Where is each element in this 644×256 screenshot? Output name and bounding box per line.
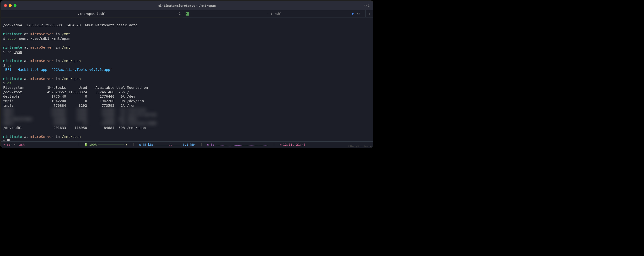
output-line: /dev/sdb4 27891712 29296639 1404928 686M… <box>3 23 137 27</box>
separator: | <box>77 143 79 147</box>
prompt-symbol: $ <box>3 81 8 85</box>
titlebar: mintimate@microServer:/mnt/upan ⌥⌘1 <box>1 1 373 10</box>
tab-label: ~ (-zsh) <box>267 12 282 16</box>
df-row: devtmpfs 1776440 0 1776440 0% /dev <box>3 94 136 98</box>
tab-shortcut: ⌘1 <box>177 12 180 15</box>
tab-label: /mnt/upan (ssh) <box>78 12 106 16</box>
cmd-mount: mount <box>18 36 28 40</box>
prompt-path: /mnt <box>62 32 70 36</box>
prompt-in: in <box>56 59 60 63</box>
prompt-at: at <box>24 135 28 139</box>
separator: | <box>273 143 275 147</box>
prompt-user: mintimate <box>3 32 22 36</box>
status-battery: 🔋 100% ⚡ <box>84 143 128 147</box>
prompt-at: at <box>24 45 28 49</box>
prompt-symbol: $ <box>3 63 8 67</box>
prompt-in: in <box>56 135 60 139</box>
separator: | <box>201 143 202 147</box>
window-title: mintimate@microServer:/mnt/upan <box>158 4 216 8</box>
status-ssh: ⇆ ssh • -zsh <box>4 143 24 147</box>
arg-dev: /dev/sdb1 <box>30 36 49 40</box>
cmd-df: df <box>8 81 12 85</box>
ls-hacktool: Hackintool.app <box>18 67 47 72</box>
traffic-lights <box>4 4 16 7</box>
new-tab-button[interactable]: + <box>366 10 373 17</box>
df-header: Filesystem 1K-blocks Used Available Use%… <box>3 85 148 89</box>
battery-text: 100% <box>89 143 96 147</box>
df-row: /dev/sdb1 201633 116950 84684 59% /mnt/u… <box>3 125 146 130</box>
tab-ssh[interactable]: /mnt/upan (ssh) ⌘1 <box>1 10 183 17</box>
status-network: ⇅ 45 kB↓ 6.1 kB↑ <box>139 143 196 147</box>
net-sparkline <box>155 143 181 147</box>
cpu-icon: ⊞ <box>207 143 209 147</box>
prompt-path: /mnt <box>62 45 70 49</box>
watermark: CSDN @Mintimate <box>348 145 372 148</box>
time-text: 12/11, 21:45 <box>283 143 306 147</box>
ls-ocaux: 'OCAuxiliaryTools v0.7.5.app' <box>51 67 112 72</box>
prompt-symbol: $ <box>3 50 8 54</box>
battery-sparkline <box>98 143 124 147</box>
arg-path: /mnt/upan <box>51 36 70 40</box>
cpu-text: 5% <box>211 143 214 147</box>
lightning-icon: ⚡ <box>126 143 128 147</box>
tab-bar: /mnt/upan (ssh) ⌘1 >_ ~ (-zsh) ⌘2 + <box>1 10 373 18</box>
df-row: tmpfs 776884 3292 773592 1% /run <box>3 103 136 107</box>
net-down: 45 kB↓ <box>142 143 154 147</box>
maximize-button[interactable] <box>14 4 16 7</box>
prompt-symbol: $ <box>3 36 8 40</box>
status-cpu: ⊞ 5% <box>207 143 268 147</box>
prompt-host: microServer <box>30 77 54 81</box>
network-icon: ⇆ <box>4 143 6 147</box>
prompt-in: in <box>56 32 60 36</box>
df-blurred-rows: tmpfs 1234567 12345 123456 1% /run/lock … <box>3 108 156 125</box>
cmd-cd: cd <box>8 50 12 54</box>
prompt-in: in <box>56 77 60 81</box>
prompt-host: microServer <box>30 45 54 49</box>
prompt-at: at <box>24 59 28 63</box>
tab-shortcut: ⌘2 <box>356 12 360 16</box>
status-bar: ⇆ ssh • -zsh | 🔋 100% ⚡ | ⇅ 45 kB↓ 6.1 k… <box>1 141 373 148</box>
prompt-user: mintimate <box>3 45 22 49</box>
minimize-button[interactable] <box>9 4 12 7</box>
ls-efi: EFI <box>3 67 12 72</box>
prompt-at: at <box>24 77 28 81</box>
cursor <box>8 139 10 141</box>
df-row: tmpfs 1942200 0 1942200 0% /dev/shm <box>3 99 144 103</box>
terminal-icon: >_ <box>186 12 189 16</box>
prompt-at: at <box>24 32 28 36</box>
prompt-user: mintimate <box>3 77 22 81</box>
tab-indicator-icon <box>352 13 354 15</box>
prompt-user: mintimate <box>3 59 22 63</box>
status-time: ◷ 12/11, 21:45 <box>280 143 306 147</box>
clock-icon: ◷ <box>280 143 282 147</box>
cmd-ls: ls <box>8 63 12 67</box>
prompt-in: in <box>56 45 60 49</box>
close-button[interactable] <box>4 4 7 7</box>
arg-upan: upan <box>14 50 22 54</box>
prompt-symbol: $ <box>3 139 8 141</box>
battery-icon: 🔋 <box>84 143 88 147</box>
cmd-sudo: sudo <box>8 36 16 40</box>
cpu-sparkline <box>216 143 268 147</box>
terminal-window: mintimate@microServer:/mnt/upan ⌥⌘1 /mnt… <box>0 1 373 148</box>
prompt-host: microServer <box>30 59 54 63</box>
prompt-host: microServer <box>30 32 54 36</box>
prompt-path: /mnt/upan <box>62 77 81 81</box>
prompt-path: /mnt/upan <box>62 59 81 63</box>
status-ssh-label: ssh <box>7 143 12 147</box>
network-stat-icon: ⇅ <box>139 143 141 147</box>
prompt-user: mintimate <box>3 135 22 139</box>
window-shortcut: ⌥⌘1 <box>364 4 370 8</box>
tab-zsh[interactable]: >_ ~ (-zsh) ⌘2 <box>183 10 366 17</box>
status-zsh-label: -zsh <box>17 143 24 147</box>
prompt-host: microServer <box>30 135 54 139</box>
prompt-path: /mnt/upan <box>62 135 81 139</box>
terminal-body[interactable]: /dev/sdb4 27891712 29296639 1404928 686M… <box>1 18 373 141</box>
separator: | <box>132 143 134 147</box>
net-up: 6.1 kB↑ <box>183 143 196 147</box>
df-row: /dev/root 492020552 119533324 352461468 … <box>3 90 129 94</box>
